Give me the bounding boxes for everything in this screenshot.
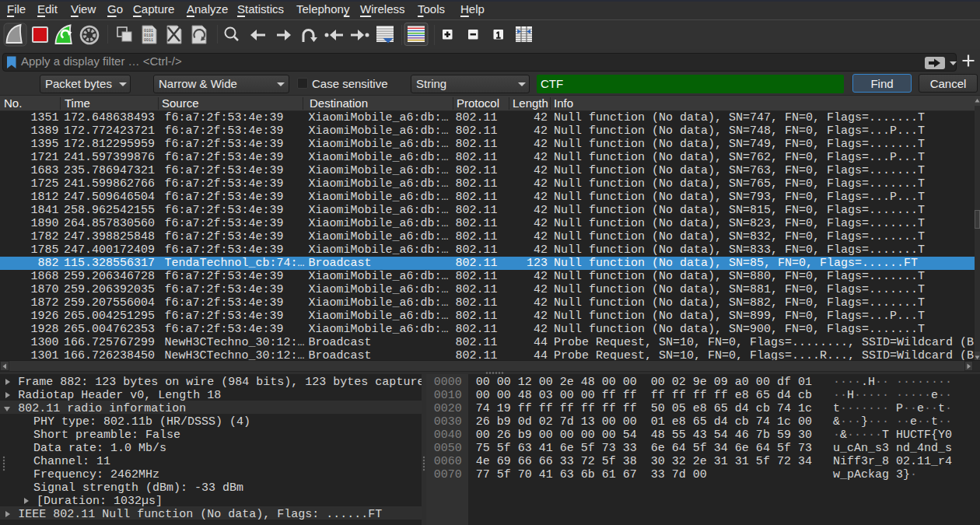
svg-text:0011: 0011 (144, 38, 153, 43)
